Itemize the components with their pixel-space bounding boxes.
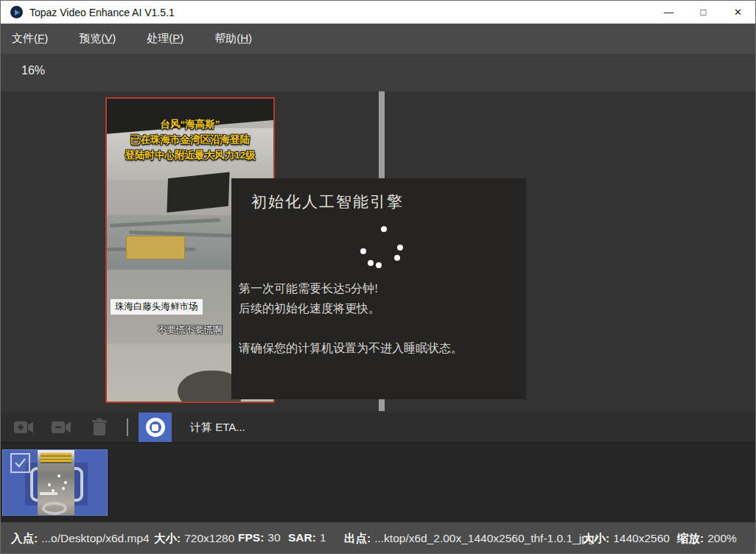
status-input-size: 大小:720x1280	[154, 531, 234, 547]
playback-toolbar: 16% / 357 [ : ]	[1, 54, 755, 91]
zoom-level-label: 16%	[21, 64, 45, 77]
status-fps: FPS:30	[238, 531, 281, 544]
menu-bar: 文件(F) 预览(V) 处理(P) 帮助(H)	[1, 24, 755, 54]
stop-processing-button[interactable]	[139, 413, 172, 442]
flying-debris	[167, 172, 229, 212]
status-output-size: 大小:1440x2560	[583, 531, 670, 547]
status-sar: SAR:1	[288, 531, 326, 544]
eta-label: 计算 ETA...	[190, 421, 245, 435]
init-engine-dialog: 初始化人工智能引擎 第一次可能需要长达5分钟! 后续的初始化速度将更快。 请确保…	[231, 178, 526, 399]
menu-preview[interactable]: 预览(V)	[69, 32, 126, 46]
status-input-path: 入点:...o/Desktop/x6d.mp4	[11, 531, 150, 547]
window-controls: — □ ✕	[651, 1, 755, 24]
status-output-path: 出点:...ktop/x6d_2.00x_1440x2560_thf-1.0.1…	[344, 531, 598, 547]
video-thumbnail-selected[interactable]	[2, 449, 108, 516]
menu-process[interactable]: 处理(P)	[136, 32, 194, 46]
close-button[interactable]: ✕	[721, 1, 755, 24]
thumbnail-checkbox[interactable]	[10, 453, 30, 473]
app-logo-icon	[10, 6, 23, 18]
stop-processing-icon	[146, 418, 165, 437]
dialog-line-1: 第一次可能需要长达5分钟!	[239, 278, 519, 298]
location-label: 珠海白藤头海鲜市场	[111, 299, 203, 315]
status-bar: 入点:...o/Desktop/x6d.mp4 大小:720x1280 FPS:…	[1, 522, 755, 554]
window-title: Topaz Video Enhance AI V1.5.1	[29, 7, 175, 18]
thumbnail-image	[38, 450, 74, 516]
maximize-button[interactable]: □	[686, 1, 721, 24]
menu-help[interactable]: 帮助(H)	[204, 32, 262, 46]
trash-icon[interactable]	[91, 418, 108, 437]
video-overlay-title: 台风“海高斯” 已在珠海市金湾区沿海登陆 登陆时中心附近最大风力12级	[107, 116, 273, 163]
toolbar-separator	[127, 418, 128, 436]
remove-video-icon[interactable]	[50, 418, 74, 436]
minimize-button[interactable]: —	[651, 1, 686, 24]
process-toolbar: 计算 ETA...	[1, 413, 755, 442]
dialog-line-2: 后续的初始化速度将更快。	[239, 298, 519, 318]
dialog-body: 第一次可能需要长达5分钟! 后续的初始化速度将更快。 请确保您的计算机设置为不进…	[239, 278, 519, 358]
dialog-line-3: 请确保您的计算机设置为不进入睡眠状态。	[239, 338, 519, 358]
status-scale: 缩放:200%	[677, 531, 737, 547]
app-window: Topaz Video Enhance AI V1.5.1 — □ ✕ 文件(F…	[0, 0, 756, 554]
menu-file[interactable]: 文件(F)	[1, 32, 58, 46]
add-video-icon[interactable]	[13, 418, 36, 436]
thumbnail-strip	[1, 442, 755, 522]
main-area: 台风“海高斯” 已在珠海市金湾区沿海登陆 登陆时中心附近最大风力12级 珠海白藤…	[1, 91, 755, 413]
title-bar: Topaz Video Enhance AI V1.5.1 — □ ✕	[1, 1, 755, 24]
billboard	[126, 236, 185, 259]
